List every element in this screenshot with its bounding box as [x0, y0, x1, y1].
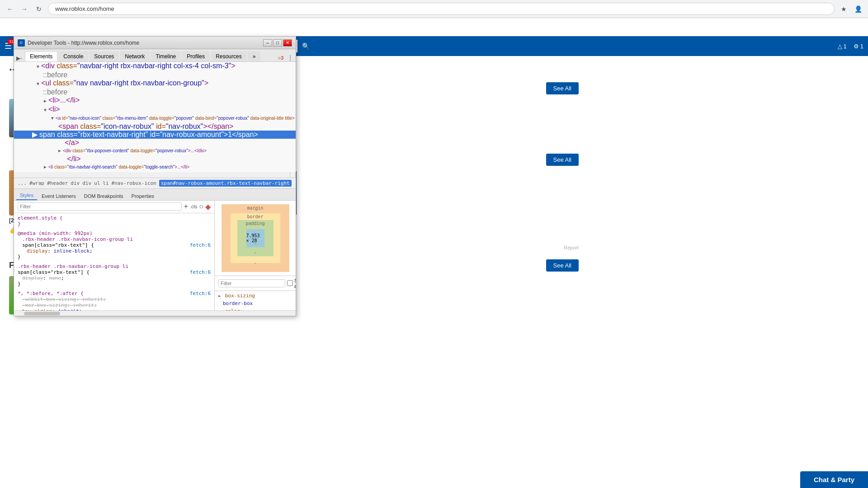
css-content: element.style { } @media (min-width: 992…: [14, 213, 214, 311]
add-style-icon[interactable]: +: [184, 202, 188, 211]
nav-right: △ 1 ⚙ 1: [838, 43, 863, 50]
back-button[interactable]: ←: [5, 4, 15, 14]
devtools-tabs: ▶ ◦ Elements Console Sources Network Tim…: [14, 49, 296, 62]
forward-button[interactable]: →: [19, 4, 30, 14]
profile-button[interactable]: 👤: [853, 4, 863, 14]
maximize-button[interactable]: □: [273, 39, 282, 47]
breadcrumb-item[interactable]: ...: [18, 180, 27, 186]
robux-count: 1: [844, 43, 847, 50]
dom-line: </li>: [14, 155, 296, 163]
box-model: margin - border padding: [215, 201, 296, 276]
tab-profiles[interactable]: Profiles: [182, 51, 210, 61]
breadcrumb-item[interactable]: li: [103, 180, 108, 186]
dom-line: ▼<li>: [14, 105, 296, 114]
tab-elements[interactable]: Elements: [25, 51, 57, 61]
chat-party-button[interactable]: Chat & Party: [800, 471, 868, 488]
breadcrumb-item[interactable]: div: [71, 180, 80, 186]
dom-scrollbar-v[interactable]: [290, 172, 295, 178]
breadcrumb-item[interactable]: #nav-robux-icon: [112, 180, 156, 186]
close-button[interactable]: ✕: [283, 39, 292, 47]
horizontal-scrollbar[interactable]: [14, 310, 296, 316]
show-all-check[interactable]: [287, 280, 293, 286]
right-css-rule: ► box-sizing: [218, 293, 292, 299]
games-see-all[interactable]: See All: [546, 154, 579, 166]
tab-more[interactable]: »: [248, 51, 261, 61]
report-label: Report: [564, 245, 579, 250]
dom-line: ::before: [14, 88, 296, 96]
css-rule: @media (min-width: 992px) .rbx-header .r…: [18, 230, 211, 260]
dom-line: ▼<a id="nav-robux-icon" class="rbx-menu-…: [14, 114, 296, 122]
settings-icon-btn[interactable]: ⚙ 1: [854, 43, 863, 50]
tab-dom-breakpoints[interactable]: DOM Breakpoints: [80, 192, 127, 200]
dom-line: <span class="icon-nav-robux" id="nav-rob…: [14, 122, 296, 131]
right-css-panel: ► box-sizing border-box ► color rgb(255,…: [215, 291, 296, 311]
dom-tree: ▼<div class="navbar-right rbx-navbar-rig…: [14, 62, 296, 172]
error-count: ○3: [278, 55, 283, 61]
css-filter-bar: + .cls ○ ◆: [14, 201, 214, 213]
margin-bottom-dash: -: [254, 260, 256, 265]
padding-bottom-dash: -: [254, 241, 256, 246]
tab-timeline[interactable]: Timeline: [151, 51, 181, 61]
devtools-menu-icon[interactable]: ⋮: [287, 54, 293, 61]
refresh-button[interactable]: ↻: [33, 4, 44, 14]
dom-line: </a>: [14, 139, 296, 147]
devtools-titlebar: D Developer Tools - http://www.roblox.co…: [14, 37, 296, 49]
breadcrumb-item[interactable]: #header: [47, 180, 68, 186]
device-icon[interactable]: ◦: [20, 55, 22, 61]
hamburger-menu[interactable]: ☰ 31: [5, 41, 12, 51]
address-bar[interactable]: www.roblox.com/home: [48, 3, 835, 15]
browser-chrome: ← → ↻ www.roblox.com/home ★ 👤: [0, 0, 868, 18]
robux-icon: △: [838, 43, 842, 50]
breadcrumb-item-active[interactable]: span#nav-robux-amount.rbx-text-navbar-ri…: [159, 180, 292, 187]
dom-line: ::after: [14, 171, 296, 172]
devtools-body: ▼<div class="navbar-right rbx-navbar-rig…: [14, 62, 296, 316]
search-button[interactable]: 🔍: [297, 40, 314, 52]
pin-icon: ○: [199, 202, 203, 211]
cls-icon[interactable]: .cls: [190, 204, 198, 209]
tab-console[interactable]: Console: [58, 51, 88, 61]
dom-line: ►<div class="rbx-popover-content" data-t…: [14, 147, 296, 155]
inspect-icon[interactable]: ▶: [16, 55, 20, 61]
tab-network[interactable]: Network: [120, 51, 150, 61]
css-filter-input[interactable]: [18, 202, 182, 211]
show-all-checkbox[interactable]: Show all: [287, 278, 296, 289]
tab-event-listeners[interactable]: Event Listeners: [38, 192, 80, 200]
show-all-label: Show all: [294, 278, 296, 289]
css-left-panel: + .cls ○ ◆ element.style { } @media (min…: [14, 201, 214, 311]
devtools-bottom-tabs: Styles Event Listeners DOM Breakpoints P…: [14, 189, 296, 201]
right-filter-input[interactable]: [218, 279, 285, 287]
tab-resources[interactable]: Resources: [211, 51, 246, 61]
color-icon: ◆: [205, 202, 211, 211]
dom-line: ::before: [14, 71, 296, 79]
scrollbar-thumb[interactable]: [24, 312, 60, 315]
padding-label: padding: [245, 221, 264, 226]
tab-styles[interactable]: Styles: [16, 191, 37, 200]
dom-line: ▼<div class="navbar-right rbx-navbar-rig…: [14, 62, 296, 71]
margin-top: -: [254, 206, 256, 211]
star-button[interactable]: ★: [838, 4, 849, 14]
devtools-app-icon: D: [18, 39, 25, 47]
breadcrumb-item[interactable]: ul: [94, 180, 100, 186]
minimize-button[interactable]: –: [263, 39, 272, 47]
url-text: www.roblox.com/home: [55, 5, 114, 12]
right-filter-bar: Show all: [215, 276, 296, 291]
border-label: border: [247, 214, 263, 219]
devtools-window: D Developer Tools - http://www.roblox.co…: [14, 36, 296, 316]
devtools-right-panel: margin - border padding: [214, 201, 296, 311]
friends-see-all[interactable]: See All: [546, 82, 579, 94]
right-css-rule: border-box: [218, 300, 292, 306]
tab-sources[interactable]: Sources: [89, 51, 119, 61]
dom-line: ►<li>...</li>: [14, 96, 296, 105]
settings-icon: ⚙: [854, 43, 859, 50]
dom-line: ►<li class="rbx-navbar-right-search" dat…: [14, 163, 296, 171]
tab-properties[interactable]: Properties: [128, 192, 158, 200]
devtools-left-panel: ▼<div class="navbar-right rbx-navbar-rig…: [14, 62, 296, 316]
dom-line-highlighted: ▶ span class="rbx-text-navbar-right" id=…: [14, 131, 296, 139]
border-bottom-dash: -: [254, 250, 256, 255]
breadcrumb-item[interactable]: #wrap: [29, 180, 44, 186]
browser-toolbar: ← → ↻ www.roblox.com/home ★ 👤: [0, 0, 868, 18]
css-rule: element.style { }: [18, 215, 211, 227]
friend-activity-see-all[interactable]: See All: [546, 259, 579, 272]
robux-icon-btn[interactable]: △ 1: [838, 43, 847, 50]
breadcrumb-item[interactable]: div: [82, 180, 91, 186]
